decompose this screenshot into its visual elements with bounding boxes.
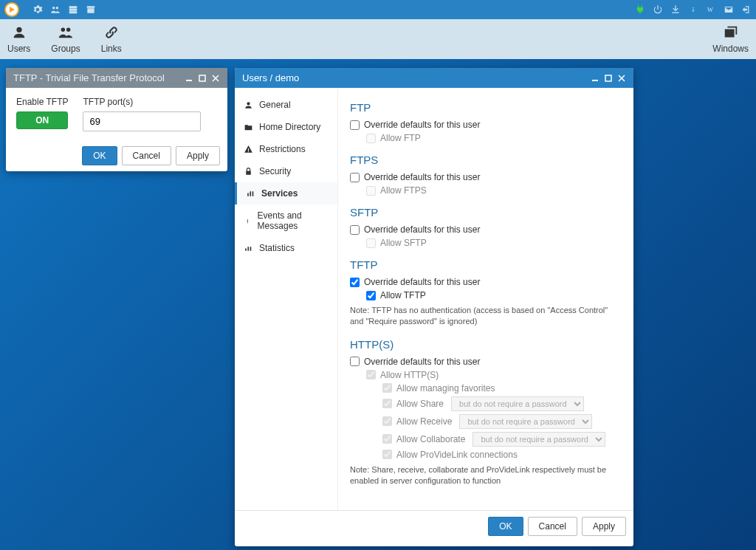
https-share-row: Allow Share but do not require a passwor… [382, 396, 622, 411]
download-icon[interactable] [670, 4, 681, 15]
https-override-label: Override defaults for this user [364, 357, 480, 367]
ftps-allow-checkbox [366, 186, 376, 196]
tftp-ok-button[interactable]: OK [82, 146, 117, 165]
heading-ftps: FTPS [350, 154, 622, 166]
info-icon[interactable] [688, 4, 698, 15]
ftp-allow-checkbox [366, 134, 376, 143]
https-receive-select: but do not require a password [459, 414, 592, 429]
tftp-override-label: Override defaults for this user [364, 277, 480, 287]
logout-icon[interactable] [741, 4, 752, 15]
tftp-window-footer: OK Cancel Apply [6, 140, 227, 171]
sidebar-item-general[interactable]: General [235, 94, 337, 116]
tftp-window-title: TFTP - Trivial File Transfer Protocol [13, 72, 165, 83]
toolbar-users[interactable]: Users [7, 24, 30, 54]
https-override-checkbox[interactable] [350, 357, 360, 366]
maximize-icon[interactable] [198, 74, 207, 83]
toolbar-groups[interactable]: Groups [51, 24, 80, 54]
users-services-panel: FTP Override defaults for this user Allo… [338, 88, 633, 510]
users-icon[interactable] [50, 4, 61, 15]
archive-icon[interactable] [86, 4, 96, 15]
wikipedia-icon[interactable]: W [706, 4, 716, 15]
https-providelink-checkbox [382, 450, 392, 459]
sidebar-item-events[interactable]: Events and Messages [235, 204, 337, 237]
https-share-label: Allow Share [396, 399, 444, 409]
users-demo-window: Users / demo General Home Directory Rest… [235, 68, 633, 546]
users-sidebar: General Home Directory Restrictions Secu… [235, 88, 338, 510]
tftp-allow-checkbox[interactable] [366, 291, 376, 300]
heading-tftp: TFTP [350, 258, 622, 271]
https-providelink-row: Allow ProVideLink connections [382, 450, 622, 460]
ftp-override-row: Override defaults for this user [350, 120, 622, 130]
https-override-row: Override defaults for this user [350, 357, 622, 367]
close-icon[interactable] [617, 74, 626, 83]
enable-tftp-label: Enable TFTP [16, 97, 68, 107]
https-collaborate-row: Allow Collaborate but do not require a p… [382, 432, 622, 447]
https-collaborate-checkbox [382, 434, 392, 444]
sidebar-label-restrictions: Restrictions [259, 144, 306, 154]
section-tftp: TFTP Override defaults for this user All… [350, 258, 622, 328]
main-toolbar: Users Groups Links Windows [0, 19, 756, 59]
gear-icon[interactable] [32, 4, 43, 15]
ftps-allow-label: Allow FTPS [380, 185, 427, 196]
maximize-icon[interactable] [604, 74, 613, 83]
users-window-title: Users / demo [242, 72, 299, 83]
tftp-window-body: Enable TFTP ON TFTP port(s) [6, 88, 227, 140]
sidebar-item-services[interactable]: Services [235, 182, 337, 204]
sftp-override-checkbox[interactable] [350, 225, 360, 235]
sftp-override-label: Override defaults for this user [364, 224, 480, 235]
tftp-allow-label: Allow TFTP [380, 290, 426, 300]
toolbar-links[interactable]: Links [101, 24, 122, 54]
toolbar-windows[interactable]: Windows [712, 24, 749, 54]
tftp-apply-button[interactable]: Apply [176, 146, 220, 165]
ftp-override-checkbox[interactable] [350, 120, 360, 130]
sftp-allow-label: Allow SFTP [380, 238, 427, 248]
ftps-override-label: Override defaults for this user [364, 172, 480, 182]
server-icon[interactable] [68, 4, 78, 15]
https-collaborate-select: but do not require a password [472, 432, 605, 447]
sidebar-label-home: Home Directory [259, 122, 320, 132]
minimize-icon[interactable] [185, 74, 193, 83]
sidebar-item-home[interactable]: Home Directory [235, 116, 337, 138]
https-favorites-row: Allow managing favorites [382, 383, 622, 393]
ftps-override-checkbox[interactable] [350, 173, 360, 182]
minimize-icon[interactable] [591, 74, 599, 83]
https-receive-checkbox [382, 416, 392, 426]
tftp-window-titlebar[interactable]: TFTP - Trivial File Transfer Protocol [6, 68, 227, 88]
tftp-cancel-button[interactable]: Cancel [122, 146, 171, 165]
users-window-titlebar[interactable]: Users / demo [235, 68, 633, 88]
toolbar-users-label: Users [7, 44, 30, 54]
svg-text:W: W [707, 6, 714, 13]
app-logo-icon[interactable] [4, 2, 19, 17]
sidebar-label-statistics: Statistics [259, 243, 295, 253]
sidebar-item-restrictions[interactable]: Restrictions [235, 138, 337, 160]
section-sftp: SFTP Override defaults for this user All… [350, 206, 622, 248]
close-icon[interactable] [211, 74, 220, 83]
https-note: Note: Share, receive, collaborate and Pr… [350, 464, 616, 487]
toolbar-groups-label: Groups [51, 44, 80, 54]
mail-icon[interactable] [724, 4, 734, 15]
https-receive-label: Allow Receive [396, 416, 452, 427]
ftp-allow-row: Allow FTP [366, 133, 622, 143]
tftp-ports-input[interactable] [83, 111, 201, 131]
sidebar-item-statistics[interactable]: Statistics [235, 237, 337, 259]
power-icon[interactable] [653, 4, 663, 15]
users-cancel-button[interactable]: Cancel [528, 517, 577, 536]
svg-rect-3 [592, 80, 598, 81]
sidebar-label-security: Security [259, 166, 291, 176]
ftp-allow-label: Allow FTP [380, 133, 421, 143]
svg-rect-2 [199, 75, 205, 81]
enable-tftp-toggle[interactable]: ON [16, 111, 68, 129]
heading-ftp: FTP [350, 101, 622, 114]
https-favorites-label: Allow managing favorites [396, 383, 495, 393]
sidebar-item-security[interactable]: Security [235, 160, 337, 182]
https-allow-checkbox [366, 370, 376, 379]
toolbar-links-label: Links [101, 44, 122, 54]
users-ok-button[interactable]: OK [488, 517, 523, 536]
plug-icon[interactable] [635, 4, 645, 15]
users-window-footer: OK Cancel Apply [235, 510, 633, 542]
users-apply-button[interactable]: Apply [582, 517, 626, 536]
tftp-override-checkbox[interactable] [350, 278, 360, 287]
ftp-override-label: Override defaults for this user [364, 120, 480, 130]
app-topbar: W [0, 0, 756, 19]
https-share-select: but do not require a password [451, 396, 584, 411]
